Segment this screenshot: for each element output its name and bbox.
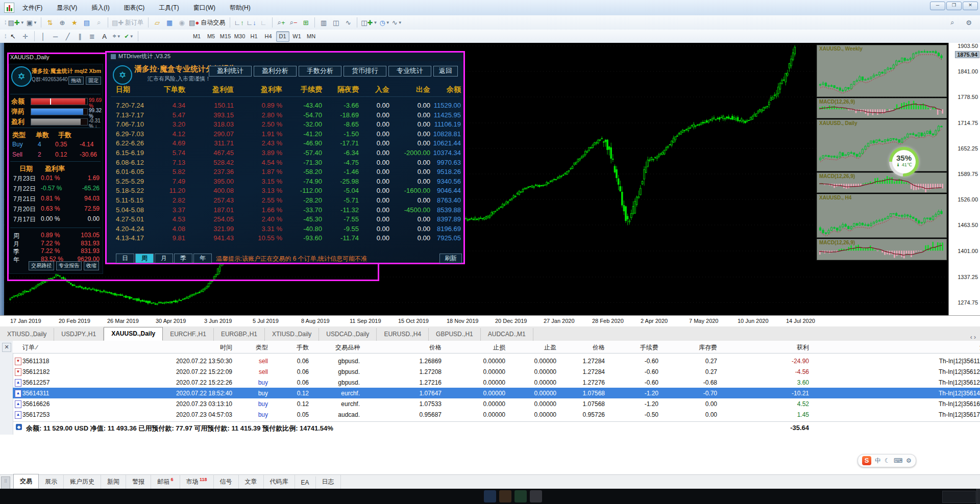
line-chart-icon[interactable]: ∿ [342, 17, 354, 28]
chart-tab-EURUSD.,H4[interactable]: EURUSD.,H4 [377, 328, 429, 341]
stats-button-交易路径[interactable]: 交易路径 [29, 261, 54, 270]
orders-header-row[interactable]: 订单 ∕时间类型手数交易品种价格止损止盈价格手续费库存费获利注释 [13, 341, 980, 354]
crosshair-tool-icon[interactable]: ✛ [20, 31, 31, 42]
shapes-tool-icon[interactable]: ✔▼ [124, 31, 135, 42]
report-nav-返回[interactable]: 返回 [433, 66, 458, 77]
close-button[interactable]: ✕ [963, 2, 978, 10]
bar-chart-icon[interactable]: ▥ [318, 17, 329, 28]
report-period-日[interactable]: 日 [116, 254, 134, 263]
trendline-icon[interactable]: ╱ [62, 31, 74, 42]
chart-tab-USDJPY.,H1[interactable]: USDJPY.,H1 [54, 328, 104, 341]
scripts-icon[interactable]: ▱ [152, 17, 163, 28]
channel-icon[interactable]: ∥ [75, 31, 86, 42]
ime-moon-icon[interactable]: ☾ [885, 457, 890, 464]
autotrading-label[interactable]: 自动交易 [201, 18, 225, 27]
zoom-in-icon[interactable]: ⌕+ [276, 17, 287, 28]
timeframe-D1[interactable]: D1 [276, 31, 289, 42]
new-order-icon[interactable]: ▤✚ [111, 17, 124, 28]
autoscroll-icon[interactable]: ⊕ [57, 17, 68, 28]
indicator-list-icon[interactable]: ∟↑ [233, 17, 244, 28]
date-tick-label[interactable]: 15 Oct 2019 [398, 318, 429, 324]
terminal-tab-代码库[interactable]: 代码库 [264, 475, 295, 489]
order-row-35611318[interactable]: ▼356113182020.07.22 13:50:30sell0.06gbpu… [13, 356, 980, 366]
date-tick-label[interactable]: 10 Jun 2020 [738, 318, 769, 324]
terminal-icon[interactable]: ▦ [164, 17, 175, 28]
market-watch-icon[interactable]: ▤ [81, 17, 92, 28]
orders-col-类型[interactable]: 类型 [256, 343, 268, 352]
menu-item-窗口(W)[interactable]: 窗口(W) [186, 0, 223, 15]
order-row-35616626[interactable]: ▲356166262020.07.23 03:13:10buy0.12eurch… [13, 398, 980, 409]
periods-button[interactable]: ◷▼ [379, 17, 390, 28]
orders-col-止盈[interactable]: 止盈 [544, 343, 556, 352]
orders-col-获利[interactable]: 获利 [797, 343, 809, 352]
pandora-stats-panel[interactable]: ✡ 潘多拉·魔盒统计 mql2 Xbm Q群:492653640 拖动 固定 余… [9, 64, 103, 274]
objects-list-icon[interactable]: ∟ [258, 17, 269, 28]
orders-col-订单[interactable]: 订单 ∕ [22, 343, 37, 352]
order-row-35617253[interactable]: ▲356172532020.07.23 04:57:03buy0.05audca… [13, 409, 980, 420]
toolbar-grip[interactable]: ⁞⁞ [5, 20, 6, 26]
date-tick-label[interactable]: 20 Dec 2019 [495, 318, 527, 324]
terminal-tab-展示[interactable]: 展示 [39, 475, 64, 489]
taskbar-app-icon[interactable] [499, 490, 511, 502]
templates-button[interactable]: ∿▼ [391, 17, 403, 28]
mini-chart-XAUUSD-Daily[interactable]: XAUUSD., Daily [817, 119, 947, 171]
terminal-tab-EA[interactable]: EA [295, 476, 316, 489]
date-tick-label[interactable]: 14 Jul 2020 [786, 318, 815, 324]
report-period-年[interactable]: 年 [193, 254, 212, 263]
menu-item-插入(I)[interactable]: 插入(I) [84, 0, 116, 15]
date-tick-label[interactable]: 5 Jul 2019 [253, 318, 279, 324]
report-nav-盈利分析[interactable]: 盈利分析 [254, 66, 297, 77]
price-axis[interactable]: 1903.501875.941841.001778.501714.751652.… [948, 43, 980, 315]
chart-tab-EURCHF.,H1[interactable]: EURCHF.,H1 [163, 328, 214, 341]
date-tick-label[interactable]: 20 Feb 2019 [59, 318, 90, 324]
ime-settings-icon[interactable]: ⚙ [906, 457, 912, 464]
search-icon[interactable]: ⌕ [947, 17, 958, 28]
orders-col-止损[interactable]: 止损 [493, 343, 505, 352]
report-nav-货币排行[interactable]: 货币排行 [344, 66, 386, 77]
date-tick-label[interactable]: 3 Jun 2019 [204, 318, 232, 324]
strategy-tester-icon[interactable]: ◉ [176, 17, 187, 28]
show-desktop-button[interactable] [976, 489, 980, 504]
minimize-button[interactable]: ─ [930, 2, 945, 10]
chart-tab-EURGBP.,H1[interactable]: EURGBP.,H1 [214, 328, 265, 341]
restore-button[interactable]: ❐ [946, 2, 962, 10]
ime-toolbar[interactable]: S 中 ☾ ⌨ ⚙ [857, 454, 916, 467]
chart-tab-XTIUSD.,Daily[interactable]: XTIUSD.,Daily [0, 328, 54, 341]
chart-area[interactable]: XAUUSD.,Daily ✡ 潘多拉·魔盒统计 mql2 Xbm Q群:492… [0, 43, 980, 315]
refresh-button[interactable]: 刷新 [439, 254, 462, 263]
date-tick-label[interactable]: 8 Aug 2019 [301, 318, 330, 324]
date-tick-label[interactable]: 2 Apr 2020 [641, 318, 668, 324]
chart-shift-icon[interactable]: ⇅ [44, 17, 56, 28]
report-nav-专业统计[interactable]: 专业统计 [388, 66, 431, 77]
date-tick-label[interactable]: 7 May 2020 [689, 318, 718, 324]
vertical-line-icon[interactable]: │ [38, 31, 49, 42]
menu-item-工具(T)[interactable]: 工具(T) [152, 0, 186, 15]
ime-language-toggle[interactable]: 中 [875, 457, 881, 465]
mtdriver-report-panel[interactable]: MTDriver统计 ,V3.25 ✡ 潘多拉·魔盒专业统计分析报告 汇市有风险… [105, 51, 465, 264]
chart-tab-AUDCAD.,M1[interactable]: AUDCAD.,M1 [481, 328, 533, 341]
mini-chart-XAUUSD-Weekly[interactable]: XAUUSD., Weekly [817, 45, 947, 97]
close-panel-icon[interactable]: ✕ [2, 343, 11, 352]
terminal-tab-新闻[interactable]: 新闻 [101, 475, 126, 489]
order-row-35612257[interactable]: ▲356122572020.07.22 15:22:26buy0.06gbpus… [13, 377, 980, 388]
horizontal-line-icon[interactable]: ─ [50, 31, 61, 42]
ime-logo-icon[interactable]: S [862, 456, 871, 465]
tile-windows-icon[interactable]: ⊞ [300, 17, 311, 28]
report-nav-盈利统计[interactable]: 盈利统计 [209, 66, 252, 77]
system-tray[interactable] [942, 491, 976, 503]
fibonacci-icon[interactable]: ≣ [87, 31, 98, 42]
terminal-tab-邮箱[interactable]: 邮箱 6 [151, 474, 180, 489]
menu-item-帮助(H)[interactable]: 帮助(H) [223, 0, 258, 15]
chart-tab-USDCAD.,Daily[interactable]: USDCAD.,Daily [319, 328, 377, 341]
chart-tab-GBPUSD.,H1[interactable]: GBPUSD.,H1 [429, 328, 481, 341]
indicator-window-icon[interactable]: ∟↓ [246, 17, 257, 28]
mini-chart-MACD-12-26-9-[interactable]: MACD(12,26,9) [817, 172, 947, 193]
date-tick-label[interactable]: 30 Apr 2019 [156, 318, 186, 324]
candle-chart-icon[interactable]: ◫ [330, 17, 341, 28]
favorites-icon[interactable]: ★ [69, 17, 80, 28]
mini-chart-MACD-12-26-9-[interactable]: MACD(12,26,9) [817, 239, 947, 260]
new-order-label[interactable]: 新订单 [125, 18, 143, 27]
orders-col-价格[interactable]: 价格 [593, 343, 605, 352]
terminal-tab-日志[interactable]: 日志 [316, 475, 341, 489]
date-tick-label[interactable]: 18 Nov 2019 [447, 318, 478, 324]
